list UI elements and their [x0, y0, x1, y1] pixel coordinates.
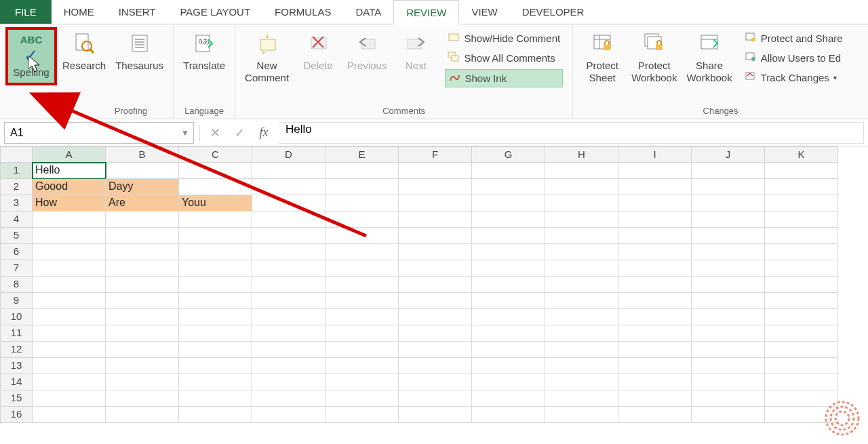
cell-F14[interactable]	[399, 374, 472, 390]
next-comment-button[interactable]: Next	[392, 27, 439, 72]
share-workbook-button[interactable]: Share Workbook	[682, 27, 736, 84]
cell-E9[interactable]	[326, 293, 399, 309]
name-box[interactable]: A1 ▼	[4, 122, 194, 144]
cell-K9[interactable]	[765, 293, 838, 309]
cell-A3[interactable]: How	[33, 195, 106, 211]
enter-formula-button[interactable]: ✓	[230, 123, 249, 142]
cell-E7[interactable]	[326, 260, 399, 277]
name-box-dropdown-icon[interactable]: ▼	[181, 128, 189, 138]
cell-F2[interactable]	[399, 179, 472, 195]
cell-A7[interactable]	[33, 260, 106, 277]
cell-B13[interactable]	[106, 358, 179, 374]
cell-J7[interactable]	[692, 260, 765, 277]
new-comment-button[interactable]: New Comment	[241, 27, 293, 84]
cell-F5[interactable]	[399, 228, 472, 244]
cell-G5[interactable]	[472, 228, 545, 244]
cell-B8[interactable]	[106, 277, 179, 293]
cell-B4[interactable]	[106, 211, 179, 228]
cell-E14[interactable]	[326, 374, 399, 390]
cell-E12[interactable]	[326, 342, 399, 358]
cell-A15[interactable]	[33, 390, 106, 407]
col-header-D[interactable]: D	[252, 146, 326, 163]
row-header-12[interactable]: 12	[0, 342, 33, 358]
row-header-9[interactable]: 9	[0, 293, 33, 309]
tab-data[interactable]: DATA	[343, 0, 393, 24]
cell-B1[interactable]	[106, 163, 179, 179]
cell-D14[interactable]	[252, 374, 326, 390]
cell-I11[interactable]	[618, 325, 692, 342]
fx-button[interactable]: fx	[254, 123, 273, 142]
cell-D3[interactable]	[252, 195, 326, 211]
cell-J12[interactable]	[692, 342, 765, 358]
cell-G16[interactable]	[472, 407, 545, 423]
cell-D16[interactable]	[252, 407, 326, 423]
col-header-H[interactable]: H	[545, 146, 618, 163]
cell-G6[interactable]	[472, 244, 545, 260]
cell-D10[interactable]	[252, 309, 326, 325]
cell-E4[interactable]	[326, 211, 399, 228]
cell-H1[interactable]	[545, 163, 618, 179]
cell-I4[interactable]	[618, 211, 692, 228]
cell-D7[interactable]	[252, 260, 326, 277]
cell-H13[interactable]	[545, 358, 618, 374]
cell-K14[interactable]	[765, 374, 838, 390]
cell-I1[interactable]	[618, 163, 692, 179]
cell-H12[interactable]	[545, 342, 618, 358]
cell-J4[interactable]	[692, 211, 765, 228]
cell-B15[interactable]	[106, 390, 179, 407]
tab-page-layout[interactable]: PAGE LAYOUT	[167, 0, 262, 24]
cell-H8[interactable]	[545, 277, 618, 293]
cell-J6[interactable]	[692, 244, 765, 260]
show-hide-comment-button[interactable]: Show/Hide Comment	[445, 30, 563, 47]
cell-A5[interactable]	[33, 228, 106, 244]
cell-D13[interactable]	[252, 358, 326, 374]
cell-I9[interactable]	[618, 293, 692, 309]
cell-A12[interactable]	[33, 342, 106, 358]
cell-A9[interactable]	[33, 293, 106, 309]
cell-B9[interactable]	[106, 293, 179, 309]
research-button[interactable]: Research	[58, 27, 110, 72]
row-header-8[interactable]: 8	[0, 277, 33, 293]
translate-button[interactable]: aあ Translate	[179, 27, 229, 72]
cell-H10[interactable]	[545, 309, 618, 325]
cell-F15[interactable]	[399, 390, 472, 407]
cell-K7[interactable]	[765, 260, 838, 277]
cell-C15[interactable]	[179, 390, 252, 407]
cell-I6[interactable]	[618, 244, 692, 260]
cell-H3[interactable]	[545, 195, 618, 211]
cell-J9[interactable]	[692, 293, 765, 309]
col-header-J[interactable]: J	[692, 146, 765, 163]
formula-input[interactable]: Hello	[279, 122, 864, 144]
cell-G8[interactable]	[472, 277, 545, 293]
tab-view[interactable]: VIEW	[459, 0, 509, 24]
tab-file[interactable]: FILE	[0, 0, 52, 24]
cell-G3[interactable]	[472, 195, 545, 211]
cell-H14[interactable]	[545, 374, 618, 390]
cell-A6[interactable]	[33, 244, 106, 260]
cell-C7[interactable]	[179, 260, 252, 277]
cell-D5[interactable]	[252, 228, 326, 244]
cell-F9[interactable]	[399, 293, 472, 309]
cell-A4[interactable]	[33, 211, 106, 228]
cell-J16[interactable]	[692, 407, 765, 423]
cell-A1[interactable]: Hello	[33, 163, 106, 179]
cell-E11[interactable]	[326, 325, 399, 342]
cancel-formula-button[interactable]: ✕	[205, 123, 224, 142]
cell-F6[interactable]	[399, 244, 472, 260]
cell-G12[interactable]	[472, 342, 545, 358]
allow-users-button[interactable]: Allow Users to Ed	[742, 49, 846, 66]
cell-F4[interactable]	[399, 211, 472, 228]
col-header-E[interactable]: E	[326, 146, 399, 163]
cell-F7[interactable]	[399, 260, 472, 277]
cell-J10[interactable]	[692, 309, 765, 325]
cell-J3[interactable]	[692, 195, 765, 211]
cell-I5[interactable]	[618, 228, 692, 244]
cell-F10[interactable]	[399, 309, 472, 325]
show-all-comments-button[interactable]: Show All Comments	[445, 49, 563, 66]
row-header-7[interactable]: 7	[0, 260, 33, 277]
cell-D12[interactable]	[252, 342, 326, 358]
cell-K10[interactable]	[765, 309, 838, 325]
cell-F13[interactable]	[399, 358, 472, 374]
spelling-button[interactable]: ABC ✓ Spelling	[5, 27, 57, 85]
cell-C9[interactable]	[179, 293, 252, 309]
